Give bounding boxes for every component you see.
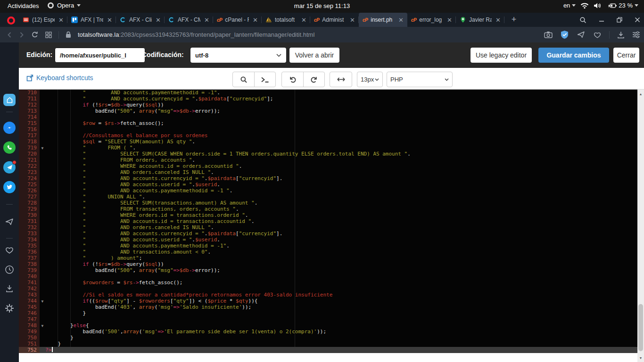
code-line-727[interactable]: 727 " UNION ALL ". — [19, 194, 637, 200]
editor-scrollbar[interactable]: ▲ ▼ — [637, 90, 644, 362]
code-line-751[interactable]: 751 } — [19, 341, 637, 347]
tab-close-icon[interactable]: ✕ — [58, 16, 65, 24]
line-number[interactable]: 721 — [19, 157, 40, 163]
browser-tab-4[interactable]: AFX - CM✕ — [165, 13, 213, 27]
save-button[interactable]: Guardar cambios — [538, 48, 609, 63]
line-number[interactable]: 746 — [19, 310, 40, 316]
code-line-713[interactable]: 713 badEnd("500", array("msg"=>$db->erro… — [19, 108, 637, 114]
line-number[interactable]: 749 — [19, 329, 40, 335]
editor-search-button[interactable] — [233, 72, 254, 87]
window-close-button[interactable] — [635, 17, 640, 23]
adblock-shield-icon[interactable] — [560, 30, 569, 39]
line-number[interactable]: 725 — [19, 181, 40, 188]
line-number[interactable]: 723 — [19, 169, 40, 175]
line-number[interactable]: 735 — [19, 243, 40, 249]
browser-tab-3[interactable]: AFX - Clie✕ — [116, 13, 165, 27]
line-number[interactable]: 711 — [19, 96, 40, 102]
font-size-select[interactable]: 13px — [357, 72, 383, 87]
tab-close-icon[interactable]: ✕ — [203, 16, 210, 24]
line-number[interactable]: 745 — [19, 304, 40, 310]
encoding-select[interactable]: utf-8 — [190, 48, 286, 63]
download-icon[interactable] — [617, 31, 625, 39]
line-number[interactable]: 748 — [19, 322, 40, 329]
close-button[interactable]: Cerrar — [613, 48, 639, 63]
sidebar-item-downloads[interactable] — [0, 280, 19, 297]
code-line-742[interactable]: 742 — [19, 286, 637, 292]
snapshot-camera-icon[interactable] — [544, 31, 553, 38]
browser-tab-1[interactable]: (12) Espe✕ — [19, 13, 67, 27]
line-number[interactable]: 719 — [19, 145, 40, 151]
code-line-733[interactable]: 733 " AND accounts.currencyid = ".$paird… — [19, 230, 637, 237]
line-number[interactable]: 751 — [19, 341, 40, 347]
code-line-745[interactable]: 745 badEnd('403', array('msg'=>'Saldo in… — [19, 304, 637, 310]
code-line-738[interactable]: 738 if (!$rs=$db->query($sql)) — [19, 261, 637, 267]
code-line-715[interactable]: 715 $row = $rs->fetch_assoc(); — [19, 120, 637, 126]
code-line-717[interactable]: 717 //Consultamos el balance por sus ord… — [19, 132, 637, 139]
language-select[interactable]: PHP — [387, 72, 453, 87]
line-number[interactable]: 720 — [19, 151, 40, 157]
tab-close-icon[interactable]: ✕ — [252, 16, 259, 24]
tab-close-icon[interactable]: ✕ — [397, 16, 405, 24]
file-path-input[interactable]: /home/afxuser/public_l — [55, 48, 145, 63]
sidebar-item-bookmarks[interactable] — [0, 241, 19, 258]
code-line-723[interactable]: 723 " AND orders.canceled IS NULL ". — [19, 169, 637, 175]
code-line-741[interactable]: 741 $roworders = $rs->fetch_assoc(); — [19, 280, 637, 286]
line-number[interactable]: 712 — [19, 102, 40, 108]
code-line-746[interactable]: 746 } — [19, 310, 637, 316]
editor-terminal-button[interactable] — [254, 72, 275, 87]
line-number[interactable]: 710 — [19, 90, 40, 96]
code-line-730[interactable]: 730 " WHERE orders.id = transactions.ord… — [19, 212, 637, 218]
line-number[interactable]: 743 — [19, 292, 40, 298]
reopen-button[interactable]: Volver a abrir — [289, 48, 339, 63]
code-line-731[interactable]: 731 " AND accounts.id = transactions.acc… — [19, 218, 637, 224]
code-line-729[interactable]: 729 " FROM transactions, orders, account… — [19, 206, 637, 212]
line-number[interactable]: 734 — [19, 237, 40, 243]
code-line-722[interactable]: 722 " WHERE accounts.id = orders.account… — [19, 163, 637, 169]
line-number[interactable]: 716 — [19, 126, 40, 132]
code-line-734[interactable]: 734 " AND accounts.userid = ".$userid. — [19, 237, 637, 243]
browser-tab-2[interactable]: AFX | Tre✕ — [67, 13, 116, 27]
volume-icon[interactable] — [594, 2, 602, 9]
back-button[interactable] — [7, 32, 12, 38]
sidebar-item-settings[interactable] — [0, 300, 19, 317]
code-line-732[interactable]: 732 " AND orders.canceled IS NULL ". — [19, 224, 637, 230]
speed-dial-grid-icon[interactable] — [45, 32, 52, 38]
word-wrap-button[interactable] — [330, 72, 352, 87]
code-line-747[interactable]: 747 — [19, 316, 637, 322]
line-number[interactable]: 728 — [19, 200, 40, 206]
line-number[interactable]: 714 — [19, 114, 40, 120]
battery-indicator[interactable]: 23 % — [606, 2, 638, 9]
code-line-735[interactable]: 735 " AND accounts.paymentmethodid = -1"… — [19, 243, 637, 249]
keyboard-shortcuts-link[interactable]: Keyboard shortcuts — [26, 74, 93, 82]
browser-tab-10[interactable]: Javier Ra✕ — [456, 13, 504, 27]
line-number[interactable]: 744 — [19, 298, 40, 304]
code-line-710[interactable]: 710 " AND accounts.paymentmethodid = -1"… — [19, 90, 637, 96]
line-number[interactable]: 737 — [19, 255, 40, 261]
code-line-744[interactable]: 744▼ if(($row["qty"] - $roworders["qty"]… — [19, 298, 637, 304]
line-number[interactable]: 732 — [19, 224, 40, 230]
line-number[interactable]: 736 — [19, 249, 40, 255]
code-line-719[interactable]: 719▼ " FROM ( ". — [19, 145, 637, 151]
code-line-726[interactable]: 726 " AND accounts.paymentmethodid = -1 … — [19, 188, 637, 194]
code-line-714[interactable]: 714 — [19, 114, 637, 120]
tab-close-icon[interactable]: ✕ — [155, 16, 162, 24]
tab-search-icon[interactable] — [579, 16, 586, 24]
code-line-728[interactable]: 728 " SELECT SUM(transactions.amount) AS… — [19, 200, 637, 206]
line-number[interactable]: 731 — [19, 218, 40, 224]
line-number[interactable]: 717 — [19, 132, 40, 139]
sidebar-item-telegram[interactable] — [0, 159, 19, 176]
sidebar-item-my-flow[interactable] — [0, 213, 19, 230]
line-number[interactable]: 752 — [19, 347, 40, 353]
sidebar-item-history[interactable] — [0, 261, 19, 278]
tab-close-icon[interactable]: ✕ — [300, 16, 307, 24]
line-number[interactable]: 733 — [19, 230, 40, 237]
tab-close-icon[interactable]: ✕ — [349, 16, 356, 24]
code-line-716[interactable]: 716 — [19, 126, 637, 132]
bookmark-heart-icon[interactable] — [593, 31, 602, 39]
sidebar-item-messenger[interactable] — [0, 119, 19, 136]
sidebar-item-whatsapp[interactable] — [0, 139, 19, 156]
keyboard-layout-indicator[interactable]: en — [563, 2, 576, 9]
code-line-725[interactable]: 725 " AND accounts.userid = ".$userid. — [19, 181, 637, 188]
browser-tab-8[interactable]: cPinsert.ph✕ — [359, 13, 407, 27]
reload-button[interactable] — [31, 31, 39, 39]
